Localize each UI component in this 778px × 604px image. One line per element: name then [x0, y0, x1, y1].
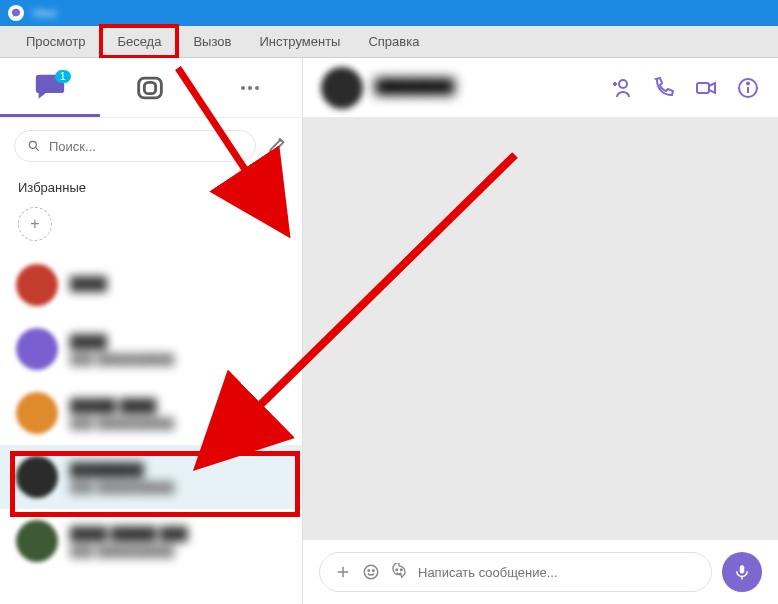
chat-list-item[interactable]: ████ █████ ██████ ██████████ [0, 509, 302, 573]
chat-header-name: ████████ [375, 78, 454, 94]
chat-item-text: ████ █████ ██████ ██████████ [70, 526, 188, 557]
chat-item-text: █████ ███████ ██████████ [70, 398, 174, 429]
chat-header-actions [610, 76, 760, 100]
tab-chats[interactable]: 1 [0, 58, 100, 117]
emoji-icon[interactable] [390, 563, 408, 581]
svg-marker-8 [709, 83, 715, 93]
chat-item-text: ███████ ██████████ [70, 334, 174, 365]
chevron-up-icon [270, 181, 284, 195]
favorites-header[interactable]: Избранные [0, 174, 302, 199]
menu-view[interactable]: Просмотр [12, 28, 99, 55]
info-icon[interactable] [736, 76, 760, 100]
chat-item-name: ████ [70, 334, 174, 349]
composer [303, 540, 778, 604]
add-contact-icon[interactable] [610, 76, 634, 100]
chat-item-avatar [16, 392, 58, 434]
plus-icon[interactable] [334, 563, 352, 581]
svg-point-18 [401, 569, 403, 571]
phone-icon[interactable] [652, 76, 676, 100]
svg-point-2 [29, 141, 36, 148]
menu-tools[interactable]: Инструменты [245, 28, 354, 55]
svg-point-17 [396, 569, 398, 571]
voice-message-button[interactable] [722, 552, 762, 592]
search-row [0, 118, 302, 174]
svg-point-15 [368, 570, 370, 572]
chats-badge: 1 [55, 70, 71, 83]
chat-item-name: ████ █████ ███ [70, 526, 188, 541]
message-input[interactable] [418, 565, 697, 580]
video-icon[interactable] [694, 76, 718, 100]
chat-item-name: ████ [70, 276, 107, 291]
chat-item-subtitle: ███ ██████████ [70, 545, 188, 557]
search-icon [27, 139, 41, 153]
sticker-icon[interactable] [362, 563, 380, 581]
app-logo-icon [8, 5, 24, 21]
chat-list-item[interactable]: █████ ███████ ██████████ [0, 381, 302, 445]
menu-bar: Просмотр Беседа Вызов Инструменты Справк… [0, 26, 778, 58]
title-bar: Viber [0, 0, 778, 26]
favorites-label: Избранные [18, 180, 86, 195]
svg-point-4 [619, 80, 627, 88]
menu-call[interactable]: Вызов [179, 28, 245, 55]
svg-point-11 [747, 82, 749, 84]
svg-point-14 [364, 565, 378, 579]
chat-header: ████████ [303, 58, 778, 118]
chat-list: ███████████ ███████████████ ███████ ████… [0, 253, 302, 604]
search-input[interactable] [49, 139, 243, 154]
app-body: 1 Избранные + ███████████ ██████████████… [0, 58, 778, 604]
chat-list-item[interactable]: ███████ ██████████ [0, 317, 302, 381]
tab-more[interactable] [200, 58, 300, 117]
menu-help[interactable]: Справка [354, 28, 433, 55]
chat-item-avatar [16, 520, 58, 562]
composer-input-wrap[interactable] [319, 552, 712, 592]
chat-item-avatar [16, 328, 58, 370]
main-panel: ████████ [303, 58, 778, 604]
svg-rect-1 [144, 82, 155, 93]
svg-line-3 [35, 147, 38, 150]
chat-item-text: ████ [70, 276, 107, 295]
chat-header-text: ████████ [375, 78, 454, 97]
chat-item-name: █████ ████ [70, 398, 174, 413]
chat-messages-area [303, 118, 778, 540]
tab-contacts[interactable] [100, 58, 200, 117]
sidebar: 1 Избранные + ███████████ ██████████████… [0, 58, 303, 604]
menu-chat[interactable]: Беседа [99, 24, 179, 59]
annotation-selected-chat-box [10, 451, 300, 517]
svg-point-16 [373, 570, 375, 572]
svg-rect-7 [697, 83, 709, 93]
compose-icon[interactable] [266, 135, 288, 157]
search-box[interactable] [14, 130, 256, 162]
contacts-icon [133, 71, 167, 105]
chat-item-subtitle: ███ ██████████ [70, 417, 174, 429]
sidebar-tabs: 1 [0, 58, 302, 118]
chat-item-subtitle: ███ ██████████ [70, 353, 174, 365]
more-icon [241, 86, 259, 90]
chat-item-avatar [16, 264, 58, 306]
mic-icon [733, 563, 751, 581]
chat-header-avatar[interactable] [321, 67, 363, 109]
chat-list-item[interactable]: ████ [0, 253, 302, 317]
add-favorite-button[interactable]: + [18, 207, 52, 241]
window-title: Viber [32, 7, 57, 19]
